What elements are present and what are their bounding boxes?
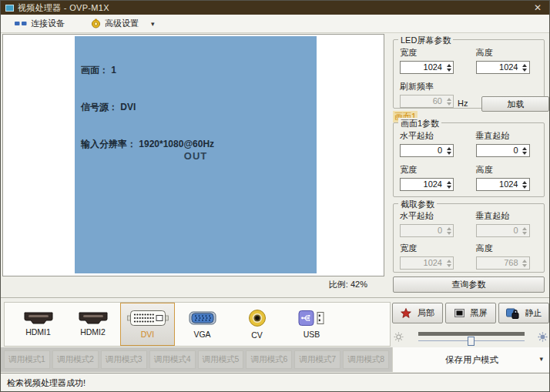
led-height-label: 高度 — [476, 47, 538, 59]
advanced-settings-caret[interactable]: ▾ — [151, 20, 155, 28]
parameter-panel: LED屏幕参数 宽度 高度 1024 1024 刷新频率 — [390, 33, 550, 297]
screen-window-1[interactable]: 画面： 1 信号源： DVI 输入分辨率： 1920*1080@60Hz OUT — [75, 36, 317, 273]
led-width-label: 宽度 — [400, 47, 462, 59]
save-user-mode-label: 保存用户模式 — [445, 354, 498, 366]
capture-height-label: 高度 — [476, 243, 538, 254]
capture-width-label: 宽度 — [400, 243, 462, 254]
connect-device-button[interactable]: 连接设备 — [10, 16, 69, 31]
hz-unit-label: Hz — [458, 99, 468, 108]
screen1-width-label: 宽度 — [400, 164, 462, 176]
input-sources: HDMI1 HDMI2 — [4, 302, 391, 347]
gear-icon — [91, 18, 101, 28]
vga-icon — [189, 310, 216, 327]
screen1-hstart-spinner[interactable]: 0 — [400, 144, 454, 157]
freeze-icon — [506, 308, 519, 319]
spinner-arrows-icon — [444, 257, 453, 269]
recall-mode-7-button[interactable]: 调用模式7 — [294, 350, 340, 369]
screen1-params-group: 画面1参数 水平起始 垂直起始 0 0 宽度 高度 — [393, 122, 545, 197]
plug-icon — [15, 20, 27, 27]
connect-device-label: 连接设备 — [31, 18, 65, 29]
spinner-arrows-icon[interactable] — [521, 62, 529, 73]
hdmi-icon — [24, 312, 53, 324]
status-text: 检索视频处理器成功! — [7, 377, 86, 389]
preview-panel: 画面： 1 信号源： DVI 输入分辨率： 1920*1080@60Hz OUT — [2, 34, 384, 276]
titlebar: 视频处理器 - OVP-M1X ✕ — [1, 1, 550, 15]
partial-icon — [401, 308, 411, 319]
slider-track[interactable] — [418, 332, 525, 336]
slider-thumb[interactable] — [468, 337, 475, 346]
close-button[interactable]: ✕ — [529, 2, 546, 13]
capture-vstart-label: 垂直起始 — [476, 210, 538, 222]
black-screen-label: 黑屏 — [471, 307, 488, 319]
screen1-vstart-label: 垂直起始 — [476, 130, 538, 142]
recall-mode-1-button[interactable]: 调用模式1 — [4, 350, 50, 369]
bottom-panel: HDMI1 HDMI2 — [1, 297, 550, 373]
chevron-down-icon: ▾ — [539, 355, 543, 363]
screen1-vstart-spinner[interactable]: 0 — [476, 144, 530, 157]
recall-mode-3-button[interactable]: 调用模式3 — [101, 350, 147, 369]
source-vga[interactable]: VGA — [175, 303, 230, 346]
screen1-height-label: 高度 — [476, 164, 538, 176]
led-width-spinner[interactable]: 1024 — [400, 61, 454, 74]
capture-params-title: 截取参数 — [398, 199, 437, 210]
app-window: 视频处理器 - OVP-M1X ✕ 连接设备 高级设置 ▾ 画面： 1 信号源：… — [0, 0, 550, 392]
screen1-height-spinner[interactable]: 1024 — [476, 178, 530, 191]
load-button[interactable]: 加载 — [481, 96, 549, 112]
spinner-arrows-icon — [521, 225, 529, 236]
out-label: OUT — [75, 150, 317, 162]
rca-icon — [248, 309, 267, 327]
zoom-ratio-label: 比例: 42% — [2, 279, 380, 290]
black-screen-button[interactable]: 黑屏 — [445, 303, 496, 323]
query-params-button[interactable]: 查询参数 — [393, 276, 545, 293]
hdmi-icon — [79, 312, 108, 324]
status-bar: 检索视频处理器成功! — [1, 373, 550, 392]
save-user-mode-dropdown[interactable]: 保存用户模式 ▾ — [392, 347, 550, 372]
dvi-icon — [127, 310, 169, 327]
capture-hstart-label: 水平起始 — [400, 210, 462, 222]
black-screen-icon — [454, 309, 464, 317]
screen1-width-spinner[interactable]: 1024 — [400, 178, 454, 191]
capture-hstart-spinner: 0 — [400, 224, 454, 237]
sun-dim-icon — [394, 332, 404, 342]
brightness-slider[interactable] — [392, 329, 549, 346]
spinner-arrows-icon[interactable] — [444, 62, 453, 73]
source-cv[interactable]: CV — [230, 303, 284, 346]
spinner-arrows-icon[interactable] — [521, 145, 529, 156]
usb-icon — [298, 310, 326, 327]
partial-button[interactable]: 局部 — [392, 303, 443, 323]
capture-height-spinner: 768 — [476, 256, 530, 270]
preview-line-resolution: 输入分辨率： 1920*1080@60Hz — [81, 138, 214, 150]
led-height-spinner[interactable]: 1024 — [476, 61, 530, 74]
preview-line-source: 信号源： DVI — [81, 101, 214, 113]
screen1-params-title: 画面1参数 — [398, 118, 441, 129]
led-params-group: LED屏幕参数 宽度 高度 1024 1024 刷新频率 — [393, 39, 545, 109]
capture-vstart-spinner: 0 — [476, 224, 530, 237]
capture-width-spinner: 1024 — [400, 256, 454, 270]
spinner-arrows-icon[interactable] — [444, 145, 453, 156]
app-icon — [5, 5, 14, 12]
advanced-settings-button[interactable]: 高级设置 — [86, 16, 143, 31]
refresh-rate-label: 刷新频率 — [400, 81, 462, 92]
source-hdmi2[interactable]: HDMI2 — [65, 303, 120, 346]
recall-mode-2-button[interactable]: 调用模式2 — [52, 350, 99, 369]
screen1-hstart-label: 水平起始 — [400, 130, 462, 142]
advanced-settings-label: 高级设置 — [105, 18, 139, 29]
recall-mode-8-button[interactable]: 调用模式8 — [343, 350, 389, 369]
preview-line-screen: 画面： 1 — [81, 64, 214, 76]
freeze-label: 静止 — [525, 307, 542, 319]
spinner-arrows-icon[interactable] — [444, 179, 453, 190]
recall-mode-5-button[interactable]: 调用模式5 — [198, 350, 244, 369]
freeze-button[interactable]: 静止 — [498, 303, 549, 323]
spinner-arrows-icon[interactable] — [521, 179, 529, 190]
source-dvi[interactable]: DVI — [120, 303, 175, 346]
partial-label: 局部 — [418, 307, 434, 319]
source-usb[interactable]: USB — [284, 303, 339, 346]
recall-mode-4-button[interactable]: 调用模式4 — [149, 350, 196, 369]
recall-mode-6-button[interactable]: 调用模式6 — [246, 350, 292, 369]
spinner-arrows-icon — [444, 225, 453, 236]
recall-modes: 调用模式1 调用模式2 调用模式3 调用模式4 调用模式5 调用模式6 调用模式… — [1, 347, 392, 372]
toolbar: 连接设备 高级设置 ▾ — [1, 15, 550, 33]
window-title: 视频处理器 - OVP-M1X — [18, 2, 109, 14]
sun-bright-icon — [538, 332, 548, 342]
source-hdmi1[interactable]: HDMI1 — [11, 303, 65, 346]
